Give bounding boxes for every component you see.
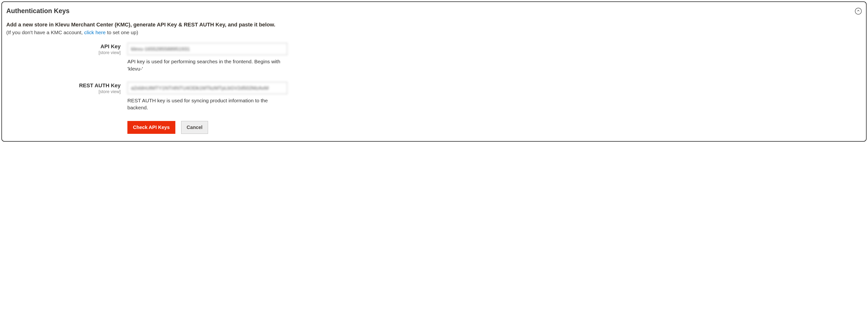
intro-sub-suffix: to set one up)	[105, 30, 138, 35]
actions-row: Check API Keys Cancel	[127, 121, 862, 134]
panel-title: Authentication Keys	[6, 7, 69, 15]
api-key-value-col: API key is used for performing searches …	[127, 43, 287, 72]
intro-sub-prefix: (If you don't have a KMC account,	[6, 30, 84, 35]
api-key-row: API Key [store view] API key is used for…	[6, 43, 862, 72]
api-key-label-col: API Key [store view]	[6, 43, 127, 72]
intro-bold: Add a new store in Klevu Merchant Center…	[6, 21, 862, 29]
check-api-keys-button[interactable]: Check API Keys	[127, 121, 175, 134]
rest-auth-label-col: REST AUTH Key [store view]	[6, 82, 127, 111]
auth-keys-panel: Authentication Keys Add a new store in K…	[1, 1, 867, 142]
rest-auth-note: REST AUTH key is used for syncing produc…	[127, 97, 287, 111]
rest-auth-input[interactable]	[127, 82, 287, 94]
intro-text: Add a new store in Klevu Merchant Center…	[6, 21, 862, 36]
rest-auth-row: REST AUTH Key [store view] REST AUTH key…	[6, 82, 862, 111]
collapse-toggle-button[interactable]	[855, 8, 862, 15]
panel-header: Authentication Keys	[6, 7, 862, 15]
api-key-label: API Key	[6, 44, 121, 50]
rest-auth-value-col: REST AUTH key is used for syncing produc…	[127, 82, 287, 111]
cancel-button[interactable]: Cancel	[181, 121, 208, 134]
api-key-scope: [store view]	[6, 50, 121, 55]
rest-auth-scope: [store view]	[6, 89, 121, 94]
api-key-input[interactable]	[127, 43, 287, 55]
api-key-note: API key is used for performing searches …	[127, 58, 287, 72]
chevron-up-icon	[857, 9, 860, 13]
intro-sub: (If you don't have a KMC account, click …	[6, 29, 862, 36]
kmc-signup-link[interactable]: click here	[84, 30, 106, 35]
rest-auth-label: REST AUTH Key	[6, 82, 121, 89]
